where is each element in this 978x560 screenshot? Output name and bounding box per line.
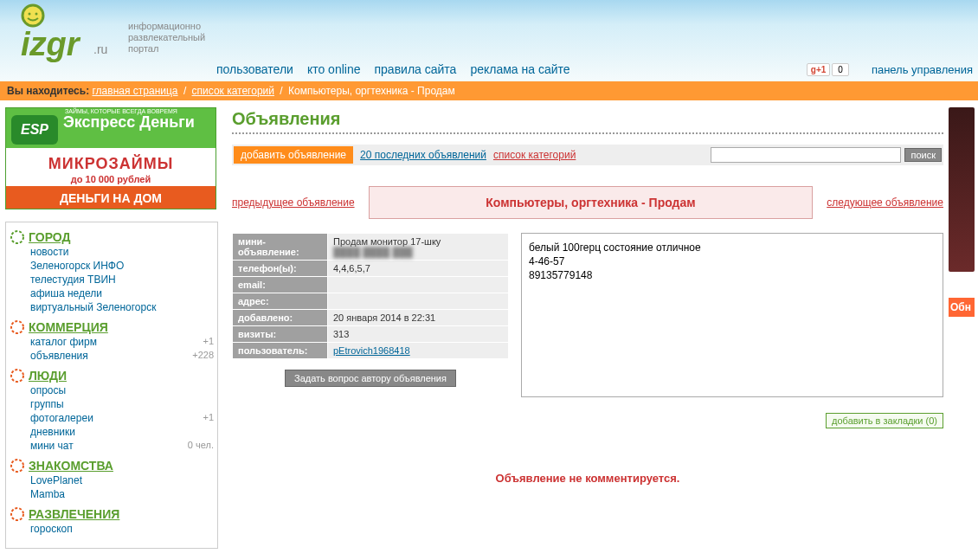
svg-text:izgr: izgr bbox=[21, 26, 81, 62]
add-listing-button[interactable]: добавить объявление bbox=[234, 146, 353, 164]
right-tab[interactable]: Обн bbox=[949, 298, 975, 317]
svg-point-8 bbox=[11, 460, 23, 472]
svg-point-9 bbox=[11, 508, 23, 520]
menu-section: ГОРОДновостиЗеленогорск ИНФОтелестудия Т… bbox=[10, 229, 214, 314]
sidebar-item: Зеленогорск ИНФО bbox=[30, 259, 214, 273]
sidebar-item-link[interactable]: гороскоп bbox=[30, 523, 73, 535]
menu-section-title[interactable]: ЗНАКОМСТВА bbox=[29, 459, 113, 473]
sidebar-item-link[interactable]: фотогалереи bbox=[30, 412, 93, 424]
sidebar-item-link[interactable]: Mamba bbox=[30, 488, 65, 500]
sidebar-item: группы bbox=[30, 397, 214, 411]
sidebar-item-link[interactable]: опросы bbox=[30, 384, 66, 396]
category-list-link[interactable]: список категорий bbox=[493, 149, 576, 161]
description-box: белый 100герц состояние отличное 4-46-57… bbox=[521, 233, 943, 397]
svg-point-1 bbox=[29, 13, 31, 16]
menu-section-icon bbox=[10, 368, 25, 383]
sidebar-item: виртуальный Зеленогорск bbox=[30, 300, 214, 314]
gplus-widget[interactable]: g+1 0 bbox=[807, 63, 849, 76]
next-listing-link[interactable]: следующее объявление bbox=[827, 196, 943, 209]
sidebar-item-link[interactable]: объявления bbox=[30, 350, 88, 362]
sidebar-item: фотогалереи+1 bbox=[30, 411, 214, 425]
sidebar-item: новости bbox=[30, 245, 214, 259]
search-input[interactable] bbox=[711, 147, 901, 163]
side-menu: ГОРОДновостиЗеленогорск ИНФОтелестудия Т… bbox=[5, 222, 218, 549]
prev-listing-link[interactable]: предыдущее объявление bbox=[232, 196, 355, 209]
menu-section-icon bbox=[10, 506, 25, 522]
sidebar-item-link[interactable]: афиша недели bbox=[30, 287, 102, 299]
control-panel-link[interactable]: панель управления bbox=[872, 63, 973, 76]
last-20-link[interactable]: 20 последних объявлений bbox=[360, 149, 486, 161]
sidebar-item: Mamba bbox=[30, 487, 214, 501]
sidebar-item-link[interactable]: группы bbox=[30, 398, 64, 410]
sidebar-item-link[interactable]: телестудия ТВИН bbox=[30, 274, 116, 286]
sidebar-item-count: +228 bbox=[192, 350, 214, 362]
sidebar-item-link[interactable]: дневники bbox=[30, 426, 75, 438]
svg-point-5 bbox=[11, 231, 23, 243]
menu-section-title[interactable]: РАЗВЛЕЧЕНИЯ bbox=[29, 507, 119, 521]
sidebar-item-link[interactable]: Зеленогорск ИНФО bbox=[30, 260, 124, 272]
tagline: информационно развлекательный портал bbox=[128, 21, 205, 55]
toolbar-row: добавить объявление 20 последних объявле… bbox=[232, 145, 943, 165]
menu-section-icon bbox=[10, 319, 25, 335]
details-table: мини-объявление: Продам монитор 17-шку██… bbox=[232, 233, 509, 359]
nav-ads[interactable]: реклама на сайте bbox=[470, 62, 569, 76]
sidebar-item: гороскоп bbox=[30, 522, 214, 536]
menu-section: РАЗВЛЕЧЕНИЯгороскоп bbox=[10, 506, 214, 536]
breadcrumb-current: Компьютеры, оргтехника - Продам bbox=[288, 85, 455, 97]
sidebar-item: LovePlanet bbox=[30, 473, 214, 487]
menu-section-title[interactable]: ГОРОД bbox=[29, 230, 70, 244]
menu-section: ЗНАКОМСТВАLovePlanetMamba bbox=[10, 458, 214, 501]
ad-banner[interactable]: ЗАЙМЫ, КОТОРЫЕ ВСЕГДА ВОВРЕМЯ ESP Экспре… bbox=[5, 107, 216, 209]
ask-author-button[interactable]: Задать вопрос автору объявления bbox=[285, 370, 456, 387]
menu-section-icon bbox=[10, 229, 25, 245]
gplus-button[interactable]: g+1 bbox=[807, 63, 831, 76]
sidebar-item: мини чат0 чел. bbox=[30, 439, 214, 453]
breadcrumb-home[interactable]: главная страница bbox=[93, 85, 178, 97]
sidebar-item: телестудия ТВИН bbox=[30, 273, 214, 286]
sidebar-item-link[interactable]: каталог фирм bbox=[30, 336, 97, 348]
svg-point-0 bbox=[23, 5, 43, 26]
menu-section-title[interactable]: ЛЮДИ bbox=[29, 369, 67, 383]
gplus-count: 0 bbox=[832, 63, 849, 76]
svg-point-6 bbox=[11, 321, 23, 333]
menu-section: ЛЮДИопросыгруппыфотогалереи+1дневникимин… bbox=[10, 368, 214, 453]
breadcrumb-categories[interactable]: список категорий bbox=[192, 85, 274, 97]
search-button[interactable]: поиск bbox=[904, 148, 942, 162]
svg-point-2 bbox=[35, 13, 38, 16]
sidebar-item: опросы bbox=[30, 383, 214, 397]
sidebar-item-link[interactable]: новости bbox=[30, 246, 68, 258]
sidebar-item: объявления+228 bbox=[30, 349, 214, 363]
no-comments-text: Объявление не комментируется. bbox=[232, 472, 943, 485]
category-title: Компьютеры, оргтехника - Продам bbox=[369, 186, 814, 219]
menu-section-title[interactable]: КОММЕРЦИЯ bbox=[29, 320, 108, 334]
breadcrumb: Вы находитесь: главная страница / список… bbox=[0, 81, 978, 100]
add-bookmark-button[interactable]: добавить в закладки (0) bbox=[826, 413, 943, 428]
user-link[interactable]: pEtrovich1968418 bbox=[333, 345, 410, 356]
sidebar-item-link[interactable]: мини чат bbox=[30, 440, 74, 452]
menu-section: КОММЕРЦИЯкаталог фирм+1объявления+228 bbox=[10, 319, 214, 363]
sidebar-item-link[interactable]: LovePlanet bbox=[30, 474, 82, 486]
svg-text:.ru: .ru bbox=[93, 42, 107, 56]
sidebar-item: каталог фирм+1 bbox=[30, 335, 214, 349]
breadcrumb-label: Вы находитесь: bbox=[7, 85, 89, 97]
sidebar-item-count: 0 чел. bbox=[188, 440, 214, 452]
right-banner[interactable] bbox=[949, 107, 975, 272]
page-title: Объявления bbox=[232, 109, 943, 134]
menu-section-icon bbox=[10, 458, 25, 473]
nav-users[interactable]: пользователи bbox=[216, 62, 293, 76]
sidebar-item-link[interactable]: виртуальный Зеленогорск bbox=[30, 301, 156, 313]
top-header: izgr .ru информационно развлекательный п… bbox=[0, 0, 978, 81]
svg-point-7 bbox=[11, 370, 23, 382]
sidebar-item: афиша недели bbox=[30, 286, 214, 300]
logo-area: izgr .ru информационно развлекательный п… bbox=[0, 0, 216, 81]
sidebar-item-count: +1 bbox=[203, 412, 214, 424]
sidebar-item: дневники bbox=[30, 425, 214, 439]
nav-online[interactable]: кто online bbox=[307, 62, 361, 76]
top-nav: пользователи кто online правила сайта ре… bbox=[216, 0, 978, 81]
sidebar-item-count: +1 bbox=[203, 336, 214, 348]
nav-rules[interactable]: правила сайта bbox=[374, 62, 456, 76]
site-logo[interactable]: izgr .ru bbox=[9, 3, 121, 74]
